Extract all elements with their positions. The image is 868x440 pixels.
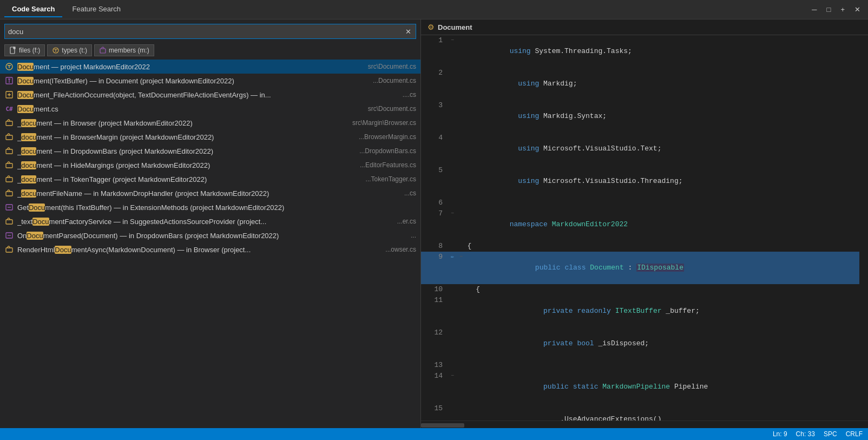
result-path-3: ....cs <box>403 91 416 98</box>
tab-bar-left: Code Search Feature Search <box>4 2 128 17</box>
result-text-11: GetDocument(this ITextBuffer) — in Exten… <box>17 203 412 212</box>
svg-rect-0 <box>10 47 15 54</box>
code-line-13: 13 <box>421 360 859 371</box>
result-icon-3 <box>4 90 14 100</box>
svg-rect-10 <box>6 163 12 168</box>
result-path-8: ...EditorFeatures.cs <box>360 161 416 169</box>
code-header: ⚙ Document <box>421 19 868 35</box>
result-icon-10 <box>4 188 14 198</box>
right-panel: ⚙ Document 1 − using System.Threading.Ta… <box>421 19 868 428</box>
result-text-2: Document(ITextBuffer) — in Document (pro… <box>17 77 369 85</box>
result-item-4[interactable]: C# Document.cs src\Document.cs <box>0 102 420 116</box>
result-item-14[interactable]: RenderHtmlDocumentAsync(MarkdownDocument… <box>0 242 420 257</box>
main-container: ✕ files (f:) types (t:) <box>0 19 868 428</box>
result-path-12: ...er.cs <box>397 218 416 225</box>
result-icon-6 <box>4 132 14 142</box>
h-scroll-thumb[interactable] <box>421 423 464 428</box>
result-item-9[interactable]: _document — in TokenTagger (project Mark… <box>0 172 420 186</box>
result-icon-1 <box>4 62 14 71</box>
svg-rect-3 <box>100 49 106 53</box>
filter-members-label: members (m:) <box>109 47 149 54</box>
code-line-8: 8 { <box>421 241 859 252</box>
window-controls: ─ □ + ✕ <box>808 4 864 15</box>
horizontal-scrollbar[interactable] <box>421 421 868 428</box>
code-line-9: 9 ✏ − public class Document : IDisposabl… <box>421 252 859 284</box>
result-item-6[interactable]: _document — in BrowserMargin (project Ma… <box>0 130 420 144</box>
result-path-14: ...owser.cs <box>385 246 416 253</box>
svg-rect-12 <box>6 192 12 196</box>
result-icon-8 <box>4 160 14 170</box>
result-item-8[interactable]: _document — in HideMargings (project Mar… <box>0 158 420 172</box>
result-item-5[interactable]: _document — in Browser (project Markdown… <box>0 116 420 130</box>
result-item-12[interactable]: _textDocumentFactoryService — in Suggest… <box>0 214 420 228</box>
result-item-2[interactable]: Document(ITextBuffer) — in Document (pro… <box>0 74 420 88</box>
filter-members-button[interactable]: members (m:) <box>94 44 154 56</box>
results-list: Document — project MarkdownEditor2022 sr… <box>0 60 420 428</box>
result-path-10: ...cs <box>404 189 416 197</box>
result-item-3[interactable]: Document_FileActionOccurred(object, Text… <box>0 88 420 102</box>
result-text-3: Document_FileActionOccurred(object, Text… <box>17 91 398 99</box>
result-text-9: _document — in TokenTagger (project Mark… <box>17 175 361 183</box>
tab-bar: Code Search Feature Search ─ □ + ✕ <box>0 0 868 19</box>
code-lines: 1 − using System.Threading.Tasks; 2 usin… <box>421 35 868 421</box>
result-icon-13 <box>4 231 14 240</box>
result-icon-4: C# <box>4 104 14 114</box>
result-item-7[interactable]: _document — in DropdownBars (project Mar… <box>0 144 420 158</box>
svg-rect-7 <box>6 121 12 126</box>
status-crlf: CRLF <box>846 430 863 438</box>
search-box-container: ✕ <box>0 19 420 42</box>
code-line-4: 4 using Microsoft.VisualStudio.Text; <box>421 133 859 165</box>
status-right: Ln: 9 Ch: 33 SPC CRLF <box>773 430 863 438</box>
result-text-6: _document — in BrowserMargin (project Ma… <box>17 133 354 141</box>
status-bar: Ln: 9 Ch: 33 SPC CRLF <box>0 428 868 440</box>
result-icon-11 <box>4 202 14 212</box>
tab-feature-search[interactable]: Feature Search <box>64 2 128 17</box>
code-line-15: 15 .UseAdvancedExtensions() <box>421 403 859 421</box>
code-line-14: 14 − public static MarkdownPipeline Pipe… <box>421 371 859 403</box>
result-icon-7 <box>4 146 14 156</box>
result-path-6: ...BrowserMargin.cs <box>359 133 416 141</box>
minimize-button[interactable]: ─ <box>808 4 820 15</box>
tab-code-search[interactable]: Code Search <box>4 2 62 17</box>
search-box: ✕ <box>4 24 416 39</box>
code-line-3: 3 using Markdig.Syntax; <box>421 100 859 133</box>
result-item-1[interactable]: Document — project MarkdownEditor2022 sr… <box>0 60 420 74</box>
result-path-2: ...Document.cs <box>373 77 416 84</box>
result-icon-9 <box>4 174 14 184</box>
result-text-1: Document — project MarkdownEditor2022 <box>17 63 364 71</box>
restore-button[interactable]: + <box>837 4 848 15</box>
filter-bar: files (f:) types (t:) members (m:) <box>0 42 420 60</box>
search-clear-button[interactable]: ✕ <box>404 28 412 36</box>
result-path-5: src\Margin\Browser.cs <box>352 119 416 127</box>
status-ln: Ln: 9 <box>773 430 787 438</box>
filter-types-label: types (t:) <box>62 47 87 54</box>
h-scroll-track[interactable] <box>421 422 868 428</box>
svg-rect-8 <box>6 135 12 140</box>
code-line-10: 10 { <box>421 284 859 295</box>
maximize-button[interactable]: □ <box>824 4 834 15</box>
search-input[interactable] <box>8 28 404 36</box>
code-line-7: 7 − namespace MarkdownEditor2022 <box>421 208 859 241</box>
svg-rect-9 <box>6 149 12 154</box>
result-item-13[interactable]: OnDocumentParsed(Document) — in Dropdown… <box>0 228 420 242</box>
result-path-9: ...TokenTagger.cs <box>366 175 416 183</box>
result-item-10[interactable]: _documentFileName — in MarkdownDropHandl… <box>0 186 420 200</box>
result-path-1: src\Document.cs <box>368 63 416 70</box>
result-icon-5 <box>4 118 14 128</box>
result-item-11[interactable]: GetDocument(this ITextBuffer) — in Exten… <box>0 200 420 214</box>
result-icon-2 <box>4 76 14 86</box>
result-icon-12 <box>4 216 14 226</box>
filter-types-button[interactable]: types (t:) <box>47 44 92 56</box>
code-line-6: 6 <box>421 198 859 208</box>
code-view[interactable]: 1 − using System.Threading.Tasks; 2 usin… <box>421 35 868 421</box>
code-header-title: Document <box>438 23 472 31</box>
svg-rect-16 <box>6 248 12 252</box>
code-line-5: 5 using Microsoft.VisualStudio.Threading… <box>421 165 859 198</box>
filter-files-button[interactable]: files (f:) <box>4 44 45 56</box>
close-button[interactable]: ✕ <box>851 4 864 15</box>
filter-files-label: files (f:) <box>19 47 40 54</box>
status-ch: Ch: 33 <box>796 430 815 438</box>
result-text-10: _documentFileName — in MarkdownDropHandl… <box>17 189 400 198</box>
types-icon <box>52 47 60 54</box>
result-path-7: ...DropdownBars.cs <box>359 147 416 155</box>
